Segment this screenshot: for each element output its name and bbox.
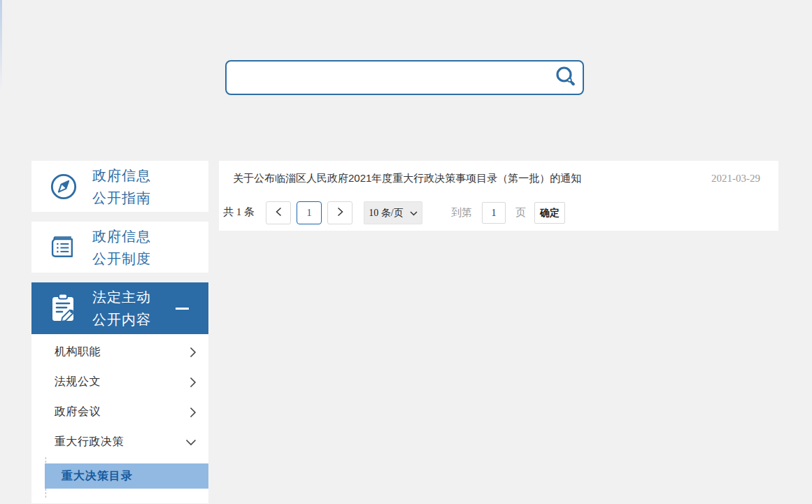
next-page-button[interactable] bbox=[327, 201, 352, 224]
sidebar-submenu: 机构职能 法规公文 政府会议 重大行政决策 重大决策目录 bbox=[31, 334, 208, 503]
chevron-right-icon bbox=[337, 207, 343, 219]
submenu-item-org-functions[interactable]: 机构职能 bbox=[31, 337, 208, 367]
search-input[interactable] bbox=[227, 62, 549, 94]
search-key-icon bbox=[554, 65, 578, 91]
pagination: 共 1 条 1 10 条/页 到第 页 确定 bbox=[219, 196, 778, 231]
search-button[interactable] bbox=[549, 62, 583, 94]
chevron-right-icon bbox=[190, 347, 197, 358]
book-icon bbox=[50, 232, 78, 263]
list-item: 关于公布临淄区人民政府2021年度重大行政决策事项目录（第一批）的通知 2021… bbox=[219, 161, 778, 196]
page-size-value: 10 条/页 bbox=[369, 207, 403, 219]
pagination-total: 共 1 条 bbox=[223, 206, 255, 219]
submenu-item-regulations[interactable]: 法规公文 bbox=[31, 367, 208, 397]
minus-icon[interactable] bbox=[176, 308, 189, 310]
compass-icon bbox=[50, 171, 78, 202]
page-size-select[interactable]: 10 条/页 bbox=[364, 201, 422, 224]
goto-page-prefix: 到第 bbox=[451, 206, 472, 219]
submenu-item-major-decisions[interactable]: 重大行政决策 bbox=[31, 427, 208, 457]
sidebar-item-statutory-disclosure[interactable]: 法定主动 公开内容 bbox=[31, 282, 208, 334]
sidebar-item-label: 法定主动 公开内容 bbox=[92, 286, 176, 331]
goto-page-suffix: 页 bbox=[515, 206, 526, 219]
goto-page-input[interactable] bbox=[482, 202, 506, 224]
page-number-button[interactable]: 1 bbox=[297, 201, 322, 224]
submenu-item-gov-meetings[interactable]: 政府会议 bbox=[31, 397, 208, 427]
submenu-item-decision-catalog-active[interactable]: 重大决策目录 bbox=[45, 463, 208, 489]
search-bar bbox=[225, 60, 584, 95]
sidebar-item-disclosure-system[interactable]: 政府信息 公开制度 bbox=[31, 222, 208, 273]
sidebar-item-label: 政府信息 公开指南 bbox=[92, 164, 208, 209]
chevron-down-icon bbox=[185, 439, 197, 446]
chevron-left-icon bbox=[276, 207, 282, 219]
confirm-button[interactable]: 确定 bbox=[534, 202, 565, 224]
sidebar: 政府信息 公开指南 政府信息 公开制度 bbox=[31, 161, 208, 503]
prev-page-button[interactable] bbox=[266, 201, 291, 224]
content-panel: 关于公布临淄区人民政府2021年度重大行政决策事项目录（第一批）的通知 2021… bbox=[219, 161, 778, 231]
chevron-right-icon bbox=[190, 377, 197, 388]
clipboard-pencil-icon bbox=[50, 293, 78, 324]
list-item-date: 2021-03-29 bbox=[711, 173, 760, 185]
sidebar-item-label: 政府信息 公开制度 bbox=[92, 225, 208, 270]
chevron-down-icon bbox=[410, 208, 418, 219]
left-edge-accent bbox=[0, 0, 2, 91]
list-item-title[interactable]: 关于公布临淄区人民政府2021年度重大行政决策事项目录（第一批）的通知 bbox=[233, 172, 711, 185]
chevron-right-icon bbox=[190, 407, 197, 418]
sidebar-item-disclosure-guide[interactable]: 政府信息 公开指南 bbox=[31, 161, 208, 212]
